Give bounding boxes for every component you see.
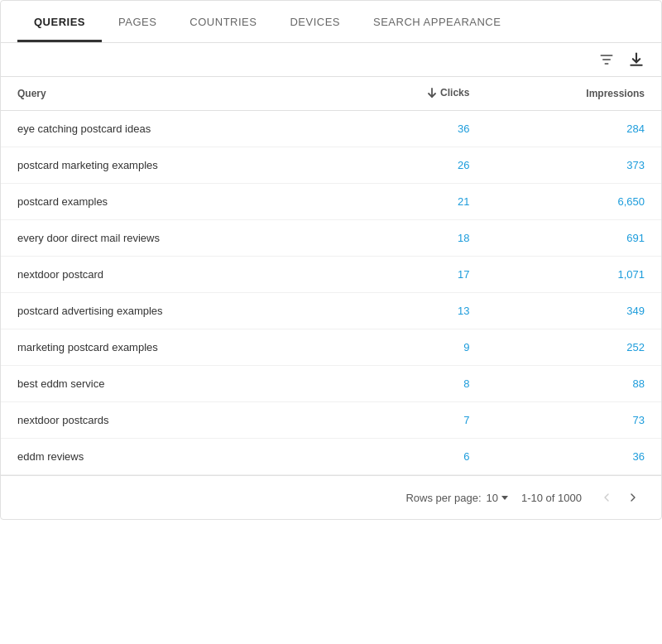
query-cell: postcard advertising examples (1, 293, 342, 329)
impressions-cell: 88 (486, 366, 661, 402)
query-cell: marketing postcard examples (1, 329, 342, 366)
clicks-cell: 13 (342, 293, 487, 329)
pagination-range: 1-10 of 1000 (521, 492, 582, 504)
col-header-impressions[interactable]: Impressions (486, 77, 661, 111)
table-row[interactable]: every door direct mail reviews18691 (1, 220, 661, 257)
query-cell: postcard marketing examples (1, 147, 342, 184)
table-row[interactable]: nextdoor postcards773 (1, 402, 661, 439)
tab-countries[interactable]: COUNTRIES (173, 1, 273, 42)
data-table: Query Clicks Impressions (1, 77, 661, 475)
query-cell: best eddm service (1, 366, 342, 402)
clicks-cell: 21 (342, 184, 487, 220)
col-header-clicks[interactable]: Clicks (342, 77, 487, 111)
clicks-cell: 9 (342, 329, 487, 366)
table-row[interactable]: postcard examples216,650 (1, 184, 661, 220)
tab-queries[interactable]: QUERIES (17, 1, 102, 42)
clicks-cell: 18 (342, 220, 487, 257)
toolbar (1, 43, 661, 77)
clicks-cell: 8 (342, 366, 487, 402)
rows-per-page-label: Rows per page: (405, 492, 481, 504)
table-row[interactable]: nextdoor postcard171,071 (1, 257, 661, 293)
tab-pages[interactable]: PAGES (102, 1, 173, 42)
tab-devices[interactable]: DEVICES (273, 1, 357, 42)
table-row[interactable]: best eddm service888 (1, 366, 661, 402)
tab-bar: QUERIES PAGES COUNTRIES DEVICES SEARCH A… (1, 1, 661, 43)
table-row[interactable]: eye catching postcard ideas36284 (1, 111, 661, 147)
clicks-cell: 26 (342, 147, 487, 184)
col-header-query[interactable]: Query (1, 77, 342, 111)
pagination-nav (595, 486, 645, 509)
table-row[interactable]: marketing postcard examples9252 (1, 329, 661, 366)
query-cell: eye catching postcard ideas (1, 111, 342, 147)
impressions-cell: 349 (486, 293, 661, 329)
clicks-cell: 36 (342, 111, 487, 147)
query-cell: nextdoor postcards (1, 402, 342, 439)
impressions-cell: 373 (486, 147, 661, 184)
impressions-cell: 36 (486, 439, 661, 475)
query-cell: every door direct mail reviews (1, 220, 342, 257)
clicks-cell: 6 (342, 439, 487, 475)
tab-search-appearance[interactable]: SEARCH APPEARANCE (357, 1, 517, 42)
impressions-cell: 252 (486, 329, 661, 366)
table-row[interactable]: postcard marketing examples26373 (1, 147, 661, 184)
next-page-button[interactable] (621, 486, 645, 509)
query-cell: postcard examples (1, 184, 342, 220)
query-cell: nextdoor postcard (1, 257, 342, 293)
table-row[interactable]: eddm reviews636 (1, 439, 661, 475)
rows-per-page: Rows per page: 10 (405, 492, 508, 504)
rows-per-page-select[interactable]: 10 (487, 492, 508, 504)
chevron-down-icon (501, 496, 508, 500)
table-row[interactable]: postcard advertising examples13349 (1, 293, 661, 329)
clicks-cell: 7 (342, 402, 487, 439)
query-cell: eddm reviews (1, 439, 342, 475)
filter-icon[interactable] (598, 51, 615, 68)
pagination-bar: Rows per page: 10 1-10 of 1000 (1, 475, 661, 519)
impressions-cell: 284 (486, 111, 661, 147)
prev-page-button[interactable] (595, 486, 618, 509)
impressions-cell: 691 (486, 220, 661, 257)
impressions-cell: 1,071 (486, 257, 661, 293)
rows-per-page-value: 10 (487, 492, 498, 504)
main-container: QUERIES PAGES COUNTRIES DEVICES SEARCH A… (0, 0, 662, 520)
impressions-cell: 73 (486, 402, 661, 439)
clicks-cell: 17 (342, 257, 487, 293)
impressions-cell: 6,650 (486, 184, 661, 220)
download-icon[interactable] (628, 51, 645, 68)
